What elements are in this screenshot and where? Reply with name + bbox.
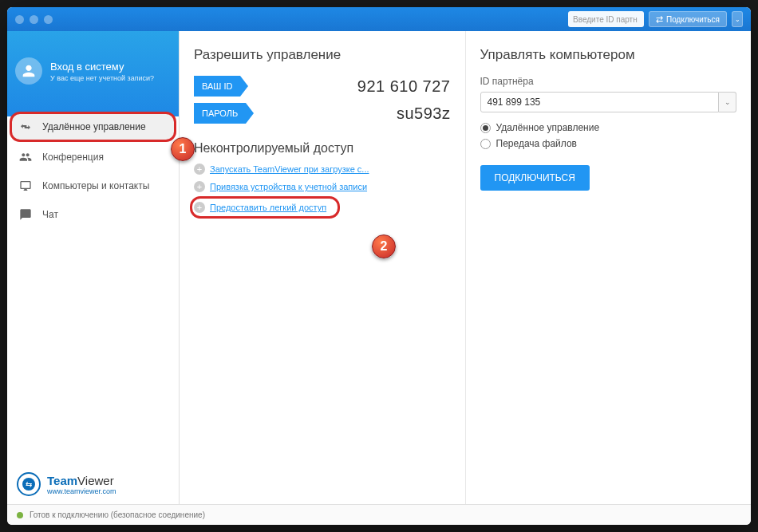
unattended-link-easy-access[interactable]: + Предоставить легкий доступ [192, 199, 338, 216]
link-text[interactable]: Предоставить легкий доступ [210, 203, 326, 212]
titlebar-dropdown[interactable]: ⌄ [732, 11, 743, 27]
monitor-icon [18, 179, 33, 193]
status-indicator-icon [17, 512, 23, 518]
profile-subtitle: У вас еще нет учетной записи? [50, 74, 154, 82]
titlebar-partner-input[interactable]: Введите ID партн [568, 11, 644, 27]
titlebar: Введите ID партн ⇄ Подключиться ⌄ [7, 7, 751, 31]
logo-name: TeamViewer [47, 474, 116, 487]
app-window: Введите ID партн ⇄ Подключиться ⌄ Вход в… [7, 7, 751, 525]
unattended-link[interactable]: + Запускать TeamViewer при загрузке с... [194, 164, 451, 175]
nav-label: Чат [42, 209, 58, 220]
allow-title: Разрешить управление [194, 47, 451, 63]
control-computer-panel: Управлять компьютером ID партнёра ⌄ Удал… [465, 31, 752, 504]
profile-title: Вход в систему [50, 61, 154, 73]
password-tag: ПАРОЛЬ [194, 103, 246, 124]
control-title: Управлять компьютером [480, 47, 737, 63]
avatar-icon [15, 57, 42, 85]
logo-icon: ⇆ [17, 472, 41, 496]
radio-label: Удалённое управление [496, 122, 600, 133]
chat-icon [18, 207, 33, 222]
unattended-title: Неконтролируемый доступ [194, 141, 451, 156]
radio-label: Передача файлов [496, 138, 578, 149]
plus-icon: + [194, 202, 205, 213]
zoom-dot[interactable] [44, 15, 53, 24]
plus-icon: + [194, 164, 205, 175]
password-value: su593z [397, 104, 451, 123]
sidebar: Вход в систему У вас еще нет учетной зап… [7, 31, 179, 504]
nav-label: Компьютеры и контакты [42, 180, 149, 191]
radio-file-transfer[interactable]: Передача файлов [480, 138, 737, 149]
titlebar-connect-button[interactable]: ⇄ Подключиться [649, 11, 727, 27]
link-text[interactable]: Запускать TeamViewer при загрузке с... [210, 164, 369, 174]
radio-icon [480, 123, 491, 133]
connect-button[interactable]: ПОДКЛЮЧИТЬСЯ [480, 165, 590, 191]
nav: Удалённое управление Конференция Компьют… [7, 111, 179, 464]
nav-computers[interactable]: Компьютеры и контакты [7, 171, 179, 200]
annotation-badge-1: 1 [171, 137, 195, 161]
brand-logo[interactable]: ⇆ TeamViewer www.teamviewer.com [7, 464, 179, 504]
swap-arrows-icon [18, 120, 33, 134]
swap-icon: ⇄ [656, 14, 663, 25]
radio-remote-control[interactable]: Удалённое управление [480, 122, 737, 133]
people-icon [18, 150, 33, 164]
plus-icon: + [194, 181, 205, 192]
nav-chat[interactable]: Чат [7, 200, 179, 229]
link-text[interactable]: Привязка устройства к учетной записи [210, 182, 367, 191]
profile-block[interactable]: Вход в систему У вас еще нет учетной зап… [7, 31, 179, 111]
allow-control-panel: Разрешить управление ВАШ ID 921 610 727 … [180, 31, 465, 504]
your-id-value: 921 610 727 [357, 77, 451, 96]
window-controls[interactable] [15, 15, 53, 24]
minimize-dot[interactable] [30, 15, 38, 24]
nav-meeting[interactable]: Конференция [7, 143, 179, 171]
partner-dropdown[interactable]: ⌄ [719, 92, 736, 112]
status-text: Готов к подключению (безопасное соединен… [30, 510, 205, 519]
annotation-badge-2: 2 [372, 234, 396, 258]
partner-id-label: ID партнёра [480, 76, 737, 87]
statusbar: Готов к подключению (безопасное соединен… [7, 504, 751, 525]
main: Разрешить управление ВАШ ID 921 610 727 … [179, 31, 751, 504]
radio-icon [480, 139, 491, 149]
partner-id-input[interactable] [480, 92, 720, 112]
unattended-link[interactable]: + Привязка устройства к учетной записи [194, 181, 451, 192]
logo-url: www.teamviewer.com [47, 487, 116, 495]
nav-remote-control[interactable]: Удалённое управление [10, 112, 176, 141]
titlebar-connect-label: Подключиться [666, 15, 720, 24]
nav-label: Конференция [42, 152, 104, 163]
nav-label: Удалённое управление [42, 121, 146, 132]
your-id-tag: ВАШ ID [194, 76, 240, 97]
close-dot[interactable] [15, 15, 24, 24]
